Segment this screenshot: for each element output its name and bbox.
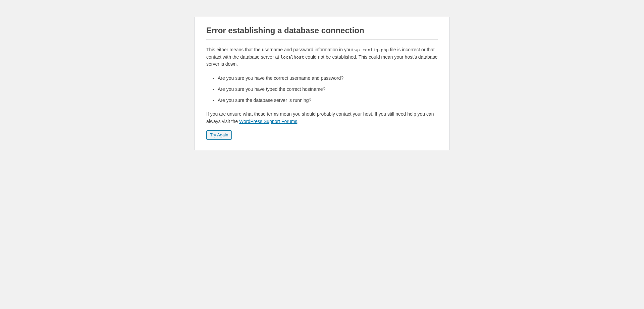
try-again-button[interactable]: Try Again: [206, 130, 232, 140]
error-heading: Error establishing a database connection: [206, 26, 438, 40]
check-list: Are you sure you have the correct userna…: [206, 75, 438, 104]
error-card: Error establishing a database connection…: [195, 17, 449, 150]
list-item: Are you sure you have typed the correct …: [218, 86, 438, 93]
host-code: localhost: [280, 55, 304, 60]
explain-text-1: This either means that the username and …: [206, 47, 355, 52]
help-paragraph: If you are unsure what these terms mean …: [206, 111, 438, 125]
error-explanation: This either means that the username and …: [206, 46, 438, 68]
config-file-code: wp-config.php: [355, 47, 389, 52]
list-item: Are you sure the database server is runn…: [218, 97, 438, 104]
help-text-2: .: [297, 119, 299, 124]
support-forums-link[interactable]: WordPress Support Forums: [239, 119, 297, 124]
list-item: Are you sure you have the correct userna…: [218, 75, 438, 82]
